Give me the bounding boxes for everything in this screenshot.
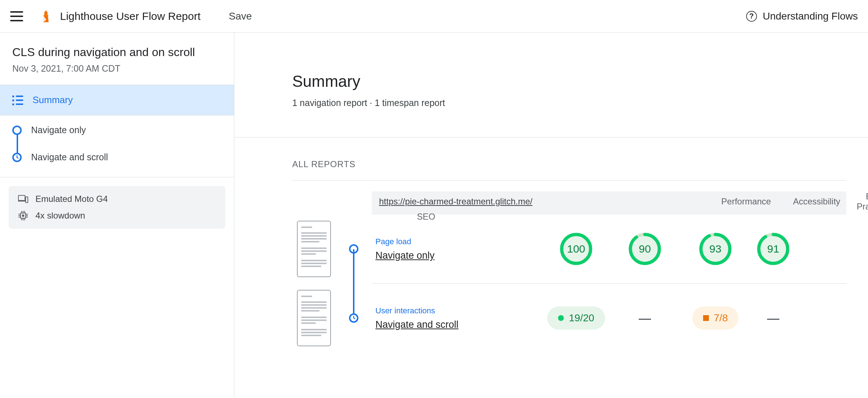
understanding-flows-link[interactable]: ? Understanding Flows bbox=[746, 10, 858, 22]
device-icon bbox=[18, 194, 28, 204]
svg-rect-3 bbox=[18, 200, 25, 202]
timeline-cell bbox=[336, 284, 372, 352]
score-best-practices[interactable]: 7/8 bbox=[679, 306, 752, 330]
score-performance[interactable]: 19/20 bbox=[542, 306, 610, 330]
main-content: Summary 1 navigation report · 1 timespan… bbox=[234, 33, 868, 398]
env-device-label: Emulated Moto G4 bbox=[35, 194, 108, 204]
flow-title: CLS during navigation and on scroll bbox=[12, 46, 222, 59]
sidebar-item-summary[interactable]: Summary bbox=[0, 85, 234, 115]
step-name-link[interactable]: Navigate and scroll bbox=[375, 319, 542, 330]
score-best-practices[interactable]: 93 bbox=[679, 232, 752, 266]
score-seo[interactable]: 91 bbox=[752, 232, 795, 266]
thumbnail-cell bbox=[292, 290, 336, 346]
col-seo: SEO bbox=[379, 212, 473, 222]
summary-label: Summary bbox=[33, 94, 73, 106]
table-row: User interactions Navigate and scroll 19… bbox=[292, 284, 846, 352]
svg-rect-1 bbox=[44, 15, 48, 16]
sidebar-nav: Summary bbox=[0, 85, 234, 115]
hamburger-icon[interactable] bbox=[10, 11, 23, 21]
step-name-link[interactable]: Navigate only bbox=[375, 250, 542, 261]
score-seo: — bbox=[752, 311, 795, 325]
app-title: Lighthouse User Flow Report bbox=[60, 10, 201, 22]
svg-rect-6 bbox=[22, 215, 24, 217]
svg-rect-2 bbox=[18, 195, 25, 200]
step-label: Navigate only bbox=[31, 125, 86, 135]
col-accessibility: Accessibility bbox=[780, 196, 853, 207]
help-icon: ? bbox=[746, 11, 757, 22]
thumbnail-cell bbox=[292, 221, 336, 277]
svg-rect-0 bbox=[44, 13, 48, 15]
score-accessibility[interactable]: 90 bbox=[610, 232, 679, 266]
reports-label: ALL REPORTS bbox=[292, 159, 846, 169]
summary-list-icon bbox=[12, 95, 23, 106]
timespan-marker-icon bbox=[12, 153, 22, 162]
flow-date: Nov 3, 2021, 7:00 AM CDT bbox=[12, 63, 222, 74]
table-header-row: https://pie-charmed-treatment.glitch.me/… bbox=[372, 191, 846, 215]
screenshot-thumbnail[interactable] bbox=[297, 221, 331, 277]
help-link-text: Understanding Flows bbox=[763, 10, 858, 22]
sidebar-step-navigate-only[interactable]: Navigate only bbox=[12, 125, 222, 135]
main-header: Summary 1 navigation report · 1 timespan… bbox=[234, 33, 868, 137]
sidebar-steps: Navigate only Navigate and scroll bbox=[0, 115, 234, 177]
score-performance[interactable]: 100 bbox=[542, 232, 610, 266]
env-throttle-label: 4x slowdown bbox=[35, 211, 85, 221]
step-type-label: Page load bbox=[375, 237, 542, 246]
col-best-practices: Best Practices bbox=[853, 191, 868, 212]
topbar: Lighthouse User Flow Report Save ? Under… bbox=[0, 0, 868, 33]
col-performance: Performance bbox=[712, 196, 780, 207]
sidebar: CLS during navigation and on scroll Nov … bbox=[0, 33, 234, 398]
save-button[interactable]: Save bbox=[229, 10, 252, 22]
reports-table: https://pie-charmed-treatment.glitch.me/… bbox=[292, 191, 846, 352]
lighthouse-icon bbox=[41, 9, 51, 23]
reports-block: ALL REPORTS https://pie-charmed-treatmen… bbox=[234, 137, 868, 352]
svg-rect-4 bbox=[26, 197, 28, 203]
score-accessibility: — bbox=[610, 311, 679, 325]
sidebar-header: CLS during navigation and on scroll Nov … bbox=[0, 33, 234, 85]
sidebar-step-navigate-and-scroll[interactable]: Navigate and scroll bbox=[12, 152, 222, 162]
step-label: Navigate and scroll bbox=[31, 152, 108, 162]
cpu-icon bbox=[18, 211, 28, 221]
table-row: Page load Navigate only 100 90 93 bbox=[292, 215, 846, 283]
env-throttle-row: 4x slowdown bbox=[18, 211, 216, 221]
sidebar-env: Emulated Moto G4 4x slowdown bbox=[0, 177, 234, 237]
screenshot-thumbnail[interactable] bbox=[297, 290, 331, 346]
timespan-marker-icon bbox=[349, 313, 358, 323]
step-type-label: User interactions bbox=[375, 306, 542, 316]
navigation-marker-icon bbox=[12, 126, 22, 135]
page-title: Summary bbox=[292, 72, 868, 90]
env-device-row: Emulated Moto G4 bbox=[18, 194, 216, 204]
page-subtitle: 1 navigation report · 1 timespan report bbox=[292, 98, 868, 108]
tested-url-link[interactable]: https://pie-charmed-treatment.glitch.me/ bbox=[379, 196, 643, 207]
